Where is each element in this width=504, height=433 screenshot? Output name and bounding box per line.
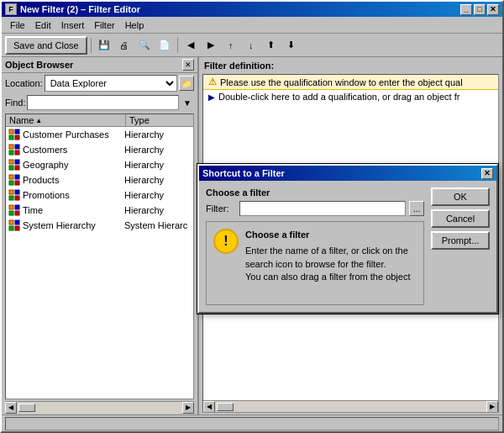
dialog-left: Choose a filter Filter: ... ! Choose a f… bbox=[206, 187, 424, 305]
filter-label: Filter: bbox=[206, 203, 236, 214]
dialog-info-section: Choose a filter Enter the name of a filt… bbox=[245, 229, 417, 284]
filter-field-row: Filter: ... bbox=[206, 201, 424, 216]
dialog-buttons: OK Cancel Prompt... bbox=[431, 187, 490, 305]
filter-browse-button[interactable]: ... bbox=[409, 201, 424, 216]
dialog-body: Choose a filter Filter: ... ! Choose a f… bbox=[199, 181, 496, 312]
dialog-close-button[interactable]: ✕ bbox=[481, 168, 493, 179]
ok-button[interactable]: OK bbox=[431, 187, 490, 206]
dialog-title-text: Shortcut to a Filter bbox=[202, 168, 481, 178]
cancel-button[interactable]: Cancel bbox=[431, 209, 490, 228]
info-warning-icon: ! bbox=[213, 229, 239, 254]
info-title: Choose a filter bbox=[245, 229, 417, 241]
filter-input[interactable] bbox=[239, 201, 406, 216]
prompt-button[interactable]: Prompt... bbox=[431, 231, 490, 250]
modal-overlay: Shortcut to a Filter ✕ Choose a filter F… bbox=[0, 0, 504, 433]
info-body-text: Enter the name of a filter, or click on … bbox=[245, 245, 417, 283]
dialog-info-box: ! Choose a filter Enter the name of a fi… bbox=[206, 221, 424, 305]
shortcut-filter-dialog: Shortcut to a Filter ✕ Choose a filter F… bbox=[197, 164, 498, 314]
choose-filter-label: Choose a filter bbox=[206, 187, 424, 198]
dialog-title-bar: Shortcut to a Filter ✕ bbox=[199, 166, 496, 181]
